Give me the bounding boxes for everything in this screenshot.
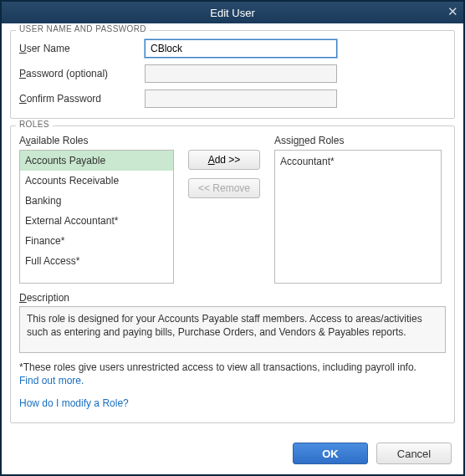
assigned-roles-column: Assigned Roles Accountant* [274, 135, 442, 284]
password-row: Password (optional) [19, 64, 446, 83]
list-item[interactable]: Finance* [20, 231, 173, 251]
description-label: Description [19, 292, 446, 304]
confirm-password-input[interactable] [145, 90, 337, 108]
roles-body: Available Roles Accounts Payable Account… [19, 135, 446, 284]
close-icon[interactable]: ✕ [447, 4, 458, 19]
window-title: Edit User [210, 7, 254, 19]
available-roles-label: Available Roles [19, 135, 174, 146]
titlebar: Edit User ✕ [2, 2, 463, 23]
list-item[interactable]: Full Access* [20, 251, 173, 271]
transfer-buttons: Add >> << Remove [182, 135, 266, 284]
dialog-content: USER NAME AND PASSWORD User Name Passwor… [2, 23, 463, 438]
add-button[interactable]: Add >> [188, 150, 260, 170]
unrestricted-note: *These roles give users unrestricted acc… [19, 361, 446, 387]
confirm-row: Confirm Password [19, 90, 446, 108]
list-item[interactable]: Accountant* [280, 154, 436, 169]
password-label: Password (optional) [19, 68, 145, 79]
assigned-roles-listbox[interactable]: Accountant* [274, 150, 442, 284]
ok-button[interactable]: OK [293, 443, 368, 464]
roles-group: ROLES Available Roles Accounts Payable A… [10, 125, 455, 423]
modify-role-row: How do I modify a Role? [19, 397, 446, 411]
list-item[interactable]: Banking [20, 191, 173, 211]
remove-button[interactable]: << Remove [188, 178, 260, 198]
username-label: User Name [19, 43, 145, 54]
assigned-roles-label: Assigned Roles [274, 135, 442, 146]
modify-role-link[interactable]: How do I modify a Role? [19, 397, 129, 409]
username-input[interactable] [145, 39, 337, 58]
available-roles-listbox[interactable]: Accounts Payable Accounts Receivable Ban… [19, 150, 174, 284]
list-item[interactable]: Accounts Payable [20, 151, 173, 171]
roles-group-legend: ROLES [16, 120, 53, 129]
footer-buttons: OK Cancel [293, 443, 452, 464]
edit-user-dialog: Edit User ✕ USER NAME AND PASSWORD User … [0, 0, 465, 476]
user-group-legend: USER NAME AND PASSWORD [16, 24, 150, 33]
username-row: User Name [19, 39, 446, 58]
list-item[interactable]: Accounts Receivable [20, 171, 173, 191]
description-box: This role is designed for your Accounts … [19, 306, 446, 353]
available-roles-column: Available Roles Accounts Payable Account… [19, 135, 174, 284]
find-out-more-link[interactable]: Find out more. [19, 375, 84, 386]
cancel-button[interactable]: Cancel [376, 443, 452, 464]
confirm-label: Confirm Password [19, 93, 145, 105]
user-password-group: USER NAME AND PASSWORD User Name Passwor… [10, 30, 455, 119]
list-item[interactable]: External Accountant* [20, 211, 173, 231]
password-input[interactable] [145, 64, 337, 83]
